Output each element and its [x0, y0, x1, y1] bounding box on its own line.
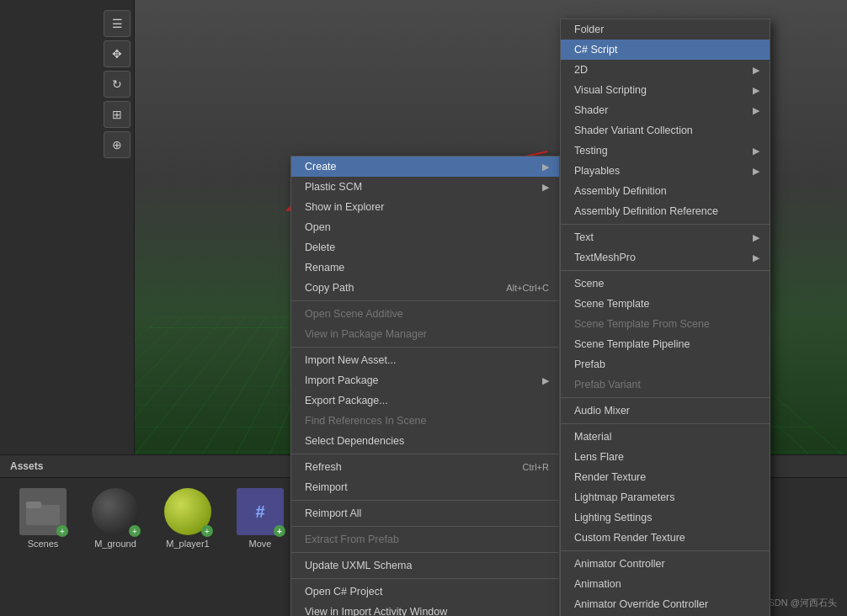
separator-r2	[561, 270, 770, 271]
menu-item-audio-mixer[interactable]: Audio Mixer	[561, 401, 770, 421]
menu-item-import-new-asset[interactable]: Import New Asset...	[291, 350, 559, 370]
asset-label: M_player1	[166, 539, 209, 549]
move-icon[interactable]: ✥	[104, 40, 131, 67]
separator-3	[291, 454, 559, 454]
rotate-icon[interactable]: ↻	[104, 71, 131, 98]
menu-item-render-texture[interactable]: Render Texture	[561, 467, 770, 487]
asset-item-move[interactable]: # + Move	[231, 488, 290, 549]
arrow-icon: ▶	[753, 85, 759, 96]
menu-item-find-refs: Find References In Scene	[291, 411, 559, 431]
separator-7	[291, 578, 559, 579]
asset-icon-folder: +	[19, 488, 67, 535]
arrow-icon: ▶	[542, 182, 549, 193]
menu-item-text[interactable]: Text ▶	[561, 227, 770, 247]
menu-item-animator-controller[interactable]: Animator Controller	[561, 554, 770, 574]
separator-r5	[561, 550, 770, 551]
context-menu-right: Folder C# Script 2D ▶ Visual Scripting ▶…	[560, 19, 770, 616]
separator-4	[291, 500, 559, 501]
arrow-icon: ▶	[542, 375, 549, 386]
menu-item-visual-scripting[interactable]: Visual Scripting ▶	[561, 80, 770, 100]
menu-item-scene-template[interactable]: Scene Template	[561, 294, 770, 314]
asset-item-mground[interactable]: + M_ground	[86, 488, 145, 549]
arrow-icon: ▶	[753, 232, 759, 243]
menu-item-material[interactable]: Material	[561, 427, 770, 447]
asset-label: Move	[249, 539, 272, 549]
asset-badge: +	[274, 525, 285, 537]
menu-item-csharp-script[interactable]: C# Script	[561, 40, 770, 60]
menu-item-assembly-def[interactable]: Assembly Definition	[561, 181, 770, 201]
menu-item-textmeshpro[interactable]: TextMeshPro ▶	[561, 247, 770, 268]
separator-6	[291, 552, 559, 553]
arrow-icon: ▶	[753, 146, 759, 157]
menu-item-reimport-all[interactable]: Reimport All	[291, 503, 559, 523]
menu-item-show-explorer[interactable]: Show in Explorer	[291, 197, 559, 217]
menu-item-extract-prefab: Extract From Prefab	[291, 529, 559, 550]
asset-badge: +	[201, 525, 213, 537]
arrow-icon: ▶	[753, 105, 759, 116]
separator-1	[291, 300, 559, 301]
arrow-icon: ▶	[753, 166, 759, 177]
toolbar-icons: ☰ ✥ ↻ ⊞ ⊕	[100, 7, 134, 162]
context-menu-left: Create ▶ Plastic SCM ▶ Show in Explorer …	[290, 156, 560, 616]
asset-item-scenes[interactable]: + Scenes	[13, 488, 72, 549]
separator-r4	[561, 423, 770, 424]
menu-item-lighting-settings[interactable]: Lighting Settings	[561, 507, 770, 528]
left-toolbar: ☰ ✥ ↻ ⊞ ⊕	[0, 0, 135, 454]
menu-item-scene-template-pipeline[interactable]: Scene Template Pipeline	[561, 334, 770, 354]
menu-item-reimport[interactable]: Reimport	[291, 477, 559, 497]
asset-icon-sphere-green: +	[164, 488, 211, 535]
svg-rect-3	[26, 502, 41, 508]
arrow-icon: ▶	[753, 252, 759, 263]
menu-item-folder[interactable]: Folder	[561, 19, 770, 40]
menu-item-scene-template-from-scene: Scene Template From Scene	[561, 314, 770, 334]
menu-item-import-package[interactable]: Import Package ▶	[291, 370, 559, 390]
separator-r3	[561, 397, 770, 398]
asset-item-mplayer1[interactable]: + M_player1	[158, 488, 217, 549]
asset-label: Scenes	[28, 539, 59, 549]
menu-item-shader-variant[interactable]: Shader Variant Collection	[561, 120, 770, 141]
menu-item-2d[interactable]: 2D ▶	[561, 60, 770, 80]
menu-item-refresh[interactable]: Refresh Ctrl+R	[291, 457, 559, 477]
menu-item-lens-flare[interactable]: Lens Flare	[561, 447, 770, 467]
menu-item-delete[interactable]: Delete	[291, 237, 559, 258]
menu-item-lightmap-params[interactable]: Lightmap Parameters	[561, 487, 770, 507]
menu-item-open-csharp[interactable]: Open C# Project	[291, 581, 559, 602]
menu-item-prefab[interactable]: Prefab	[561, 354, 770, 374]
arrow-icon: ▶	[753, 65, 759, 76]
asset-label: M_ground	[94, 539, 136, 549]
separator-r1	[561, 224, 770, 225]
menu-item-animation[interactable]: Animation	[561, 574, 770, 594]
watermark: CSDN @河西石头	[762, 597, 837, 609]
menu-item-export-package[interactable]: Export Package...	[291, 390, 559, 411]
hand-icon[interactable]: ☰	[104, 10, 131, 37]
global-icon[interactable]: ⊕	[104, 131, 131, 158]
menu-item-copy-path[interactable]: Copy Path Alt+Ctrl+C	[291, 278, 559, 298]
menu-item-animator-override[interactable]: Animator Override Controller	[561, 594, 770, 614]
menu-item-shader[interactable]: Shader ▶	[561, 100, 770, 120]
menu-item-rename[interactable]: Rename	[291, 258, 559, 278]
separator-2	[291, 347, 559, 348]
menu-item-custom-render-texture[interactable]: Custom Render Texture	[561, 528, 770, 548]
asset-icon-script: # +	[237, 488, 284, 535]
scale-icon[interactable]: ⊞	[104, 101, 131, 128]
menu-item-update-uxml[interactable]: Update UXML Schema	[291, 555, 559, 576]
menu-item-view-package: View in Package Manager	[291, 324, 559, 344]
menu-item-create[interactable]: Create ▶	[291, 157, 559, 177]
menu-item-open[interactable]: Open	[291, 217, 559, 237]
menu-item-select-deps[interactable]: Select Dependencies	[291, 431, 559, 451]
arrow-icon: ▶	[542, 162, 549, 173]
menu-item-plastic-scm[interactable]: Plastic SCM ▶	[291, 177, 559, 197]
menu-item-assembly-def-ref[interactable]: Assembly Definition Reference	[561, 201, 770, 221]
asset-badge: +	[56, 525, 68, 537]
menu-item-playables[interactable]: Playables ▶	[561, 161, 770, 181]
menu-item-prefab-variant: Prefab Variant	[561, 374, 770, 395]
separator-5	[291, 526, 559, 527]
menu-item-import-activity[interactable]: View in Import Activity Window	[291, 602, 559, 616]
menu-item-scene[interactable]: Scene	[561, 273, 770, 294]
asset-icon-sphere-dark: +	[92, 488, 139, 535]
menu-item-open-scene-additive: Open Scene Additive	[291, 304, 559, 324]
asset-badge: +	[129, 525, 141, 537]
menu-item-testing[interactable]: Testing ▶	[561, 141, 770, 161]
